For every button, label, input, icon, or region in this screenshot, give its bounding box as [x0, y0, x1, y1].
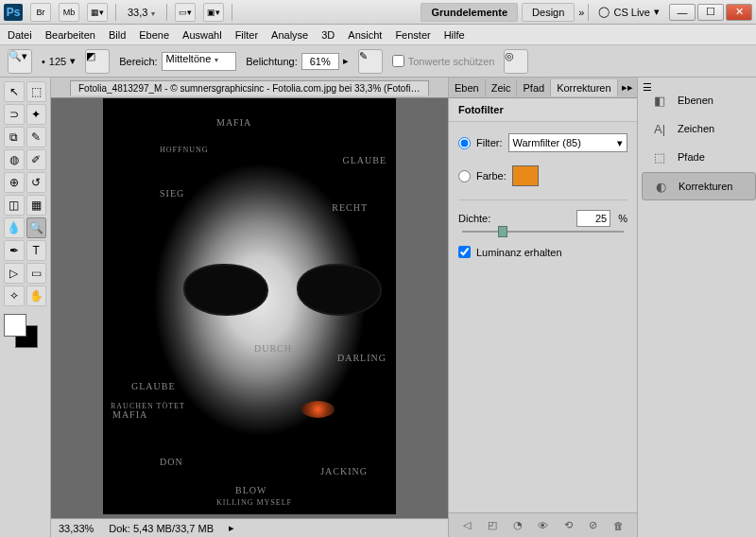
clip-icon[interactable]: ◔ [509, 518, 526, 533]
cslive-icon: ◯ [598, 6, 610, 18]
close-button[interactable]: ✕ [726, 4, 752, 21]
menu-bild[interactable]: Bild [109, 29, 126, 41]
sidetab-ebenen[interactable]: ◧ Ebenen [642, 87, 756, 113]
history-brush-tool[interactable]: ↺ [26, 172, 47, 193]
expand-icon[interactable]: ◰ [484, 518, 501, 533]
color-swatch[interactable] [512, 165, 539, 186]
shape-tool[interactable]: ▭ [26, 263, 47, 284]
move-tool[interactable]: ↖ [4, 81, 25, 102]
extras-button[interactable]: ▦▾ [87, 3, 108, 22]
range-select[interactable]: Mitteltöne [162, 52, 237, 71]
gradient-tool[interactable]: ▦ [26, 195, 47, 216]
prev-icon[interactable]: ⟲ [559, 518, 576, 533]
hand-tool[interactable]: ✋ [26, 286, 47, 306]
protect-tones-checkbox[interactable] [392, 55, 404, 67]
panel-tab-pfade[interactable]: Pfad [517, 79, 551, 96]
canvas[interactable]: MAFIA GLAUBE RECHT SIEG MAFIA GLAUBE DUR… [103, 98, 396, 514]
wand-tool[interactable]: ✦ [26, 104, 47, 125]
menu-filter[interactable]: Filter [235, 29, 258, 41]
panel-title: Fotofilter [449, 98, 637, 122]
color-radio[interactable] [458, 170, 471, 182]
panel-footer: ◁ ◰ ◔ 👁 ⟲ ⊘ 🗑 [449, 512, 637, 537]
menu-ebene[interactable]: Ebene [139, 29, 169, 41]
visibility-icon[interactable]: 👁 [534, 518, 551, 533]
cslive-button[interactable]: ◯ CS Live ▾ [593, 6, 665, 18]
workspace-design[interactable]: Design [522, 3, 575, 22]
menu-auswahl[interactable]: Auswahl [182, 29, 222, 41]
brush-size[interactable]: 125 [49, 56, 66, 67]
workspace-grundelemente[interactable]: Grundelemente [421, 3, 518, 22]
workspace-more[interactable]: » [578, 7, 584, 18]
type-tool[interactable]: T [26, 240, 47, 261]
brush-panel-button[interactable]: ◩ [85, 49, 110, 74]
menu-bearbeiten[interactable]: Bearbeiten [45, 29, 95, 41]
pressure-button[interactable]: ◎ [504, 49, 528, 74]
adjustments-icon: ◐ [652, 179, 669, 194]
panel-tab-korrekturen[interactable]: Korrekturen [551, 79, 617, 96]
menu-analyse[interactable]: Analyse [271, 29, 308, 41]
menubar: Datei Bearbeiten Bild Ebene Auswahl Filt… [0, 25, 756, 45]
tool-preset[interactable]: 🔍▾ [8, 49, 32, 74]
density-unit: % [618, 213, 627, 224]
titlebar: Ps Br Mb ▦▾ 33,3 ▭▾ ▣▾ Grundelemente Des… [0, 0, 756, 25]
filter-select[interactable]: Warmfilter (85)▾ [508, 133, 628, 152]
range-label: Bereich: [119, 56, 157, 67]
slider-thumb[interactable] [498, 226, 507, 237]
sidetab-korrekturen[interactable]: ◐ Korrekturen [642, 172, 756, 200]
menu-hilfe[interactable]: Hilfe [444, 29, 465, 41]
heal-tool[interactable]: ◍ [4, 149, 25, 170]
sidetab-zeichen[interactable]: A| Zeichen [642, 115, 756, 142]
foreground-color[interactable] [4, 314, 26, 337]
filter-radio[interactable] [458, 137, 471, 149]
back-icon[interactable]: ◁ [458, 518, 475, 533]
color-label: Farbe: [476, 170, 507, 182]
reset-icon[interactable]: ⊘ [585, 518, 602, 533]
menu-fenster[interactable]: Fenster [395, 29, 430, 41]
dodge-tool[interactable]: 🔍 [26, 217, 47, 238]
menu-3d[interactable]: 3D [321, 29, 335, 41]
status-flyout[interactable]: ▸ [229, 522, 234, 534]
exposure-input[interactable] [301, 53, 339, 70]
density-input[interactable] [576, 210, 610, 227]
color-swatches[interactable] [4, 314, 42, 352]
airbrush-button[interactable]: ✎ [358, 49, 383, 74]
exposure-label: Belichtung: [246, 56, 297, 67]
brush-tool[interactable]: ✐ [26, 149, 47, 170]
maximize-button[interactable]: ☐ [697, 4, 724, 21]
sidetab-pfade[interactable]: ⬚ Pfade [642, 144, 756, 170]
status-dock: Dok: 5,43 MB/33,7 MB [109, 523, 214, 534]
status-zoom[interactable]: 33,33% [59, 523, 94, 534]
trash-icon[interactable]: 🗑 [610, 518, 627, 533]
ps-logo: Ps [4, 4, 23, 21]
eyedropper-tool[interactable]: ✎ [26, 127, 47, 147]
exposure-flyout[interactable]: ▸ [343, 55, 349, 67]
path-select-tool[interactable]: ▷ [4, 263, 25, 284]
pen-tool[interactable]: ✒ [4, 240, 25, 261]
density-slider[interactable] [462, 231, 624, 233]
bridge-button[interactable]: Br [30, 3, 51, 22]
density-label: Dichte: [458, 213, 490, 224]
panel-collapse[interactable]: ▸▸ [618, 81, 637, 94]
minibridge-button[interactable]: Mb [59, 3, 79, 22]
eraser-tool[interactable]: ◫ [4, 195, 25, 216]
arrange-button[interactable]: ▭▾ [175, 3, 196, 22]
document-tab[interactable]: Fotolia_4813297_M - © sumnersgraphicsinc… [70, 80, 429, 95]
menu-ansicht[interactable]: Ansicht [348, 29, 382, 41]
luminance-checkbox[interactable] [458, 246, 471, 258]
zoom-level[interactable]: 33,3 [124, 7, 159, 18]
panel-tab-zeichen[interactable]: Zeic [486, 79, 518, 96]
blur-tool[interactable]: 💧 [4, 217, 25, 238]
lasso-tool[interactable]: ⊃ [4, 104, 25, 125]
stamp-tool[interactable]: ⊕ [4, 172, 25, 193]
crop-tool[interactable]: ⧉ [4, 127, 25, 147]
menu-datei[interactable]: Datei [8, 29, 32, 41]
marquee-tool[interactable]: ⬚ [26, 81, 47, 102]
collapsed-panels: ◧ Ebenen A| Zeichen ⬚ Pfade ◐ Korrekture… [637, 78, 756, 537]
3d-tool[interactable]: ✧ [4, 286, 25, 306]
minimize-button[interactable]: — [669, 4, 696, 21]
screenmode-button[interactable]: ▣▾ [203, 3, 224, 22]
panel-tab-ebenen[interactable]: Eben [449, 79, 486, 96]
protect-tones-label: Tonwerte schützen [408, 56, 495, 67]
character-icon: A| [651, 121, 668, 136]
options-bar: 🔍▾ • 125▾ ◩ Bereich: Mitteltöne Belichtu… [0, 45, 756, 78]
